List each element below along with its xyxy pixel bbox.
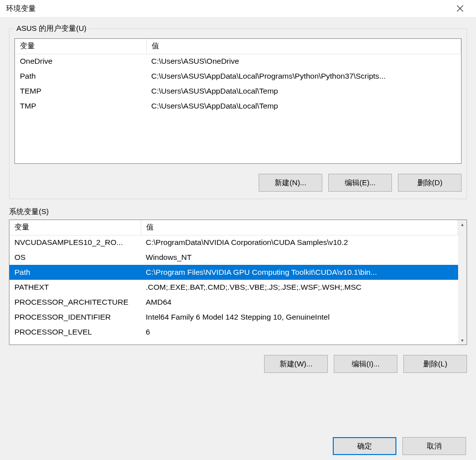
cell-val: Windows_NT [141, 250, 458, 265]
cell-val: .COM;.EXE;.BAT;.CMD;.VBS;.VBE;.JS;.JSE;.… [141, 280, 458, 295]
close-button[interactable] [450, 1, 470, 15]
system-delete-button[interactable]: 删除(L) [403, 355, 467, 373]
user-new-button[interactable]: 新建(N)... [259, 174, 322, 192]
user-button-row: 新建(N)... 编辑(E)... 删除(D) [14, 174, 462, 192]
window-title: 环境变量 [6, 4, 36, 13]
scroll-down-icon[interactable]: ▾ [458, 336, 467, 345]
system-group-legend: 系统变量(S) [9, 207, 467, 217]
scroll-track[interactable] [458, 229, 467, 336]
cell-var: PROCESSOR_IDENTIFIER [9, 310, 141, 325]
user-group-legend: ASUS 的用户变量(U) [14, 24, 89, 33]
user-delete-button[interactable]: 删除(D) [398, 174, 462, 192]
dialog-button-row: 确定 取消 [9, 431, 467, 455]
user-variables-group: ASUS 的用户变量(U) 变量 值 OneDriveC:\Users\ASUS… [9, 24, 467, 199]
cell-var: NVCUDASAMPLES10_2_RO... [9, 235, 141, 250]
cell-var: OneDrive [15, 54, 146, 69]
sys-scrollbar[interactable]: ▴ ▾ [458, 220, 467, 345]
table-row[interactable]: TEMPC:\Users\ASUS\AppData\Local\Temp [15, 84, 461, 99]
cell-val: C:\ProgramData\NVIDIA Corporation\CUDA S… [141, 235, 458, 250]
system-variables-group: 系统变量(S) 变量 值 NVCUDASAMPLES10_2_RO...C:\P… [9, 207, 467, 373]
cell-val: C:\Users\ASUS\AppData\Local\Temp [146, 99, 461, 114]
scroll-up-icon[interactable]: ▴ [458, 220, 467, 229]
system-edit-button[interactable]: 编辑(I)... [334, 355, 397, 373]
cell-val: C:\Users\ASUS\AppData\Local\Temp [146, 84, 461, 99]
table-row[interactable]: PROCESSOR_LEVEL6 [9, 325, 458, 340]
ok-button[interactable]: 确定 [333, 437, 396, 455]
table-row[interactable]: OneDriveC:\Users\ASUS\OneDrive [15, 54, 461, 69]
cell-var: PROCESSOR_LEVEL [9, 325, 141, 340]
cell-val: C:\Users\ASUS\AppData\Local\Programs\Pyt… [146, 69, 461, 84]
sys-col-val[interactable]: 值 [141, 220, 458, 235]
close-icon [457, 5, 464, 12]
title-bar: 环境变量 [0, 0, 476, 17]
cell-var: PATHEXT [9, 280, 141, 295]
table-row[interactable]: OSWindows_NT [9, 250, 458, 265]
cell-val: 6 [141, 325, 458, 340]
cell-val: C:\Program Files\NVIDIA GPU Computing To… [141, 265, 458, 280]
table-row[interactable]: PATHEXT.COM;.EXE;.BAT;.CMD;.VBS;.VBE;.JS… [9, 280, 458, 295]
user-col-var[interactable]: 变量 [15, 39, 146, 54]
table-row[interactable]: TMPC:\Users\ASUS\AppData\Local\Temp [15, 99, 461, 114]
system-new-button[interactable]: 新建(W)... [264, 355, 328, 373]
cell-var: Path [9, 265, 141, 280]
cell-val: 8e0a [141, 340, 458, 345]
table-row[interactable]: PathC:\Program Files\NVIDIA GPU Computin… [9, 265, 458, 280]
cell-var: PROCESSOR_REVISION [9, 340, 141, 345]
user-col-val[interactable]: 值 [146, 39, 461, 54]
cell-var: TEMP [15, 84, 146, 99]
cell-val: Intel64 Family 6 Model 142 Stepping 10, … [141, 310, 458, 325]
cell-var: Path [15, 69, 146, 84]
system-button-row: 新建(W)... 编辑(I)... 删除(L) [9, 355, 467, 373]
cell-var: PROCESSOR_ARCHITECTURE [9, 295, 141, 310]
table-row[interactable]: PROCESSOR_ARCHITECTUREAMD64 [9, 295, 458, 310]
cancel-button[interactable]: 取消 [402, 437, 466, 455]
cell-var: OS [9, 250, 141, 265]
table-row[interactable]: PROCESSOR_REVISION8e0a [9, 340, 458, 345]
cell-val: AMD64 [141, 295, 458, 310]
sys-col-var[interactable]: 变量 [9, 220, 141, 235]
table-row[interactable]: NVCUDASAMPLES10_2_RO...C:\ProgramData\NV… [9, 235, 458, 250]
cell-val: C:\Users\ASUS\OneDrive [146, 54, 461, 69]
dialog-content: ASUS 的用户变量(U) 变量 值 OneDriveC:\Users\ASUS… [0, 17, 476, 460]
table-row[interactable]: PathC:\Users\ASUS\AppData\Local\Programs… [15, 69, 461, 84]
system-variables-table[interactable]: 变量 值 NVCUDASAMPLES10_2_RO...C:\ProgramDa… [9, 220, 467, 345]
user-edit-button[interactable]: 编辑(E)... [328, 174, 392, 192]
table-row[interactable]: PROCESSOR_IDENTIFIERIntel64 Family 6 Mod… [9, 310, 458, 325]
cell-var: TMP [15, 99, 146, 114]
user-variables-table[interactable]: 变量 值 OneDriveC:\Users\ASUS\OneDrivePathC… [14, 38, 462, 164]
